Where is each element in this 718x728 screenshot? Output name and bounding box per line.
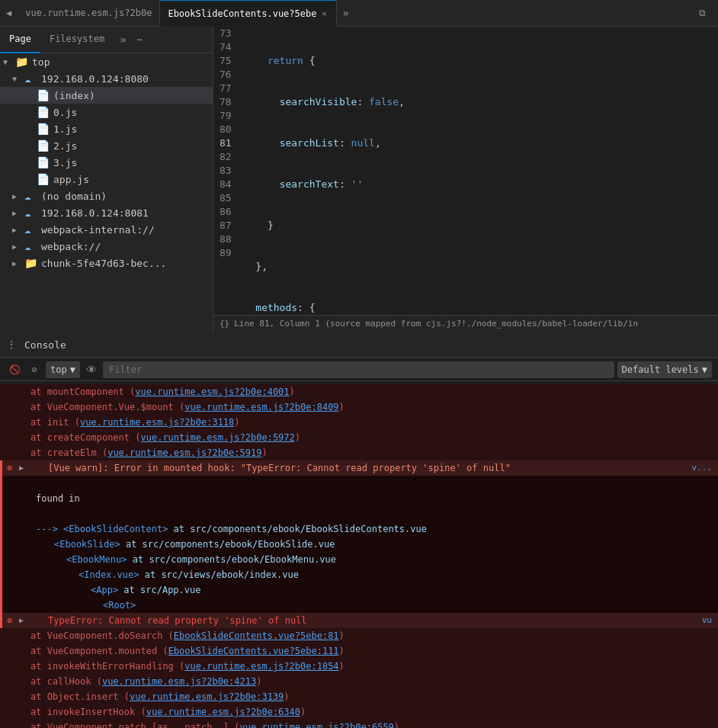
console-context-label: top: [50, 364, 67, 375]
console-dots-icon[interactable]: ⋮: [6, 338, 17, 351]
tree-item-nodomain[interactable]: ▶ ☁ (no domain): [0, 188, 213, 204]
link-call-hook[interactable]: vue.runtime.esm.js?2b0e:4213: [102, 676, 256, 687]
chevron-left-icon: ◀: [6, 8, 11, 18]
link-patch[interactable]: vue.runtime.esm.js?2b0e:6559: [240, 722, 394, 728]
console-context-selector[interactable]: top ▼: [46, 361, 80, 378]
status-line-text: Line 81, Column 1 (source mapped from cj…: [234, 319, 638, 329]
tree-item-webpack-internal[interactable]: ▶ ☁ webpack-internal://: [0, 221, 213, 238]
console-line-component-2: <EbookSlide> at src/components/ebook/Ebo…: [0, 537, 718, 552]
tab-vue-runtime[interactable]: vue.runtime.esm.js?2b0e: [18, 0, 160, 27]
console-line-type-error-4: at callHook (vue.runtime.esm.js?2b0e:421…: [0, 674, 718, 689]
console-filter-input[interactable]: [103, 361, 614, 378]
tree-item-webpack[interactable]: ▶ ☁ webpack://: [0, 238, 213, 255]
tree-item-server2[interactable]: ▶ ☁ 192.168.0.124:8081: [0, 204, 213, 221]
eye-icon: 👁: [86, 364, 97, 376]
main-area: Page Filesystem » ⋯ ▼ 📁 top ▼ ☁ 192.168.…: [0, 27, 718, 332]
clear-icon: 🚫: [9, 364, 21, 375]
error-icon-2: ⊗: [7, 614, 12, 627]
tree-item-appjs[interactable]: ▶ 📄 app.js: [0, 171, 213, 188]
console-line-component-4: <Index.vue> at src/views/ebook/index.vue: [0, 567, 718, 582]
tab-ebook-slide[interactable]: EbookSlideContents.vue?5ebe ✕: [160, 0, 336, 27]
console-line-type-error-3: at invokeWithErrorHandling (vue.runtime.…: [0, 659, 718, 674]
code-line-76: searchText: '': [244, 178, 712, 191]
tree-label-webpack: webpack://: [41, 241, 101, 252]
console-panel: ⋮ Console 🚫 ⊘ top ▼ 👁 Default levels ▼ a…: [0, 332, 718, 728]
link-mounted[interactable]: EbookSlideContents.vue?5ebe:111: [168, 646, 339, 656]
tree-label-server: 192.168.0.124:8080: [41, 73, 149, 85]
console-line-component-6: <Root>: [0, 598, 718, 613]
collapse-arrow-2[interactable]: ▶: [19, 614, 24, 627]
pause-icon: ⊘: [31, 364, 37, 375]
tab-label-ebook-slide: EbookSlideContents.vue?5ebe: [168, 8, 316, 19]
source-map-icon: {}: [220, 319, 229, 329]
code-lines[interactable]: return { searchVisible: false, searchLis…: [238, 27, 718, 315]
file-icon-0js: 📄: [37, 106, 50, 118]
tab-nav-left[interactable]: ◀: [0, 0, 18, 27]
sidebar-tabs: Page Filesystem » ⋯: [0, 27, 213, 53]
tree-label-chunk: chunk-5fe47d63-bec...: [41, 258, 166, 269]
link-mount-component[interactable]: vue.runtime.esm.js?2b0e:4001: [135, 386, 289, 397]
tree-label-3js: 3.js: [53, 157, 77, 168]
line-numbers: 73 74 75 76 77 78 79 80 81 82 83 84 85 8…: [213, 27, 238, 315]
console-pause-button[interactable]: ⊘: [26, 361, 43, 378]
link-create-elm[interactable]: vue.runtime.esm.js?2b0e:5919: [107, 447, 261, 458]
tree-item-0js[interactable]: ▶ 📄 0.js: [0, 104, 213, 120]
link-dosearch[interactable]: EbookSlideContents.vue?5ebe:81: [174, 630, 339, 641]
console-clear-button[interactable]: 🚫: [6, 361, 23, 378]
console-line-type-error-6: at invokeInsertHook (vue.runtime.esm.js?…: [0, 704, 718, 720]
tree-item-server[interactable]: ▼ ☁ 192.168.0.124:8080: [0, 70, 213, 87]
console-line-stacktrace-4: at createComponent (vue.runtime.esm.js?2…: [0, 430, 718, 445]
code-content[interactable]: 73 74 75 76 77 78 79 80 81 82 83 84 85 8…: [213, 27, 718, 315]
file-tree: ▼ 📁 top ▼ ☁ 192.168.0.124:8080 ▶ 📄 (inde…: [0, 53, 213, 332]
tree-label-1js: 1.js: [53, 123, 77, 135]
tree-item-2js[interactable]: ▶ 📄 2.js: [0, 137, 213, 154]
console-line-type-error-7: at VueComponent.patch [as __patch__] (vu…: [0, 720, 718, 728]
file-icon-index: 📄: [37, 89, 50, 101]
console-line-stacktrace-3: at init (vue.runtime.esm.js?2b0e:3118): [0, 415, 718, 430]
tree-item-top[interactable]: ▼ 📁 top: [0, 53, 213, 70]
link-init[interactable]: vue.runtime.esm.js?2b0e:3118: [80, 417, 234, 428]
tree-item-1js[interactable]: ▶ 📄 1.js: [0, 120, 213, 137]
console-line-stacktrace-1: at mountComponent (vue.runtime.esm.js?2b…: [0, 384, 718, 399]
tree-item-chunk[interactable]: ▶ 📁 chunk-5fe47d63-bec...: [0, 255, 213, 271]
cloud-icon-webpack: ☁: [24, 240, 38, 252]
link-invoke-error-handling[interactable]: vue.runtime.esm.js?2b0e:1854: [184, 661, 338, 672]
sidebar-tab-filesystem[interactable]: Filesystem: [40, 27, 114, 53]
code-line-75: searchList: null,: [244, 136, 712, 150]
code-line-78: },: [244, 260, 712, 274]
tree-label-index: (index): [53, 90, 95, 101]
console-levels-dropdown[interactable]: Default levels ▼: [617, 361, 712, 378]
collapse-arrow-1[interactable]: ▶: [19, 462, 24, 474]
sidebar-tab-page[interactable]: Page: [0, 27, 40, 53]
tabs-overflow[interactable]: »: [337, 7, 355, 19]
tab-close-ebook-slide[interactable]: ✕: [320, 8, 328, 18]
split-editor-button[interactable]: ⧉: [693, 0, 712, 27]
file-icon-appjs: 📄: [37, 173, 50, 185]
link-object-insert[interactable]: vue.runtime.esm.js?2b0e:3139: [130, 691, 284, 702]
link-vue-mount[interactable]: vue.runtime.esm.js?2b0e:8409: [184, 402, 338, 412]
editor-area: 73 74 75 76 77 78 79 80 81 82 83 84 85 8…: [213, 27, 718, 332]
tree-label-0js: 0.js: [53, 107, 77, 118]
link-create-component[interactable]: vue.runtime.esm.js?2b0e:5972: [141, 432, 295, 443]
console-line-stacktrace-2: at VueComponent.Vue.$mount (vue.runtime.…: [0, 399, 718, 415]
arrow-chunk: ▶: [12, 259, 24, 268]
tree-item-index[interactable]: ▶ 📄 (index): [0, 87, 213, 104]
tabs-bar: ◀ vue.runtime.esm.js?2b0e EbookSlideCont…: [0, 0, 718, 27]
console-line-type-error-1: at VueComponent.doSearch (EbookSlideCont…: [0, 628, 718, 643]
error-icon-1: ⊗: [7, 462, 12, 474]
code-line-73: return {: [244, 54, 712, 68]
link-invoke-insert-hook[interactable]: vue.runtime.esm.js?2b0e:6340: [146, 707, 300, 717]
sidebar-menu-dots[interactable]: ⋯: [133, 34, 147, 45]
code-line-79: methods: {: [244, 301, 712, 315]
console-line-blank-1: [0, 476, 718, 491]
sidebar-tabs-overflow[interactable]: »: [114, 34, 132, 46]
console-line-type-error: ⊗ ▶ TypeError: Cannot read property 'spi…: [0, 613, 718, 628]
console-output[interactable]: at mountComponent (vue.runtime.esm.js?2b…: [0, 381, 718, 728]
console-line-vue-warn: ⊗ ▶ [Vue warn]: Error in mounted hook: "…: [0, 460, 718, 476]
console-eye-button[interactable]: 👁: [83, 361, 100, 378]
console-line-stacktrace-5: at createElm (vue.runtime.esm.js?2b0e:59…: [0, 445, 718, 460]
file-icon-1js: 📄: [37, 123, 50, 135]
console-line-component-5: <App> at src/App.vue: [0, 582, 718, 598]
arrow-webpack: ▶: [12, 242, 24, 251]
tree-item-3js[interactable]: ▶ 📄 3.js: [0, 154, 213, 171]
